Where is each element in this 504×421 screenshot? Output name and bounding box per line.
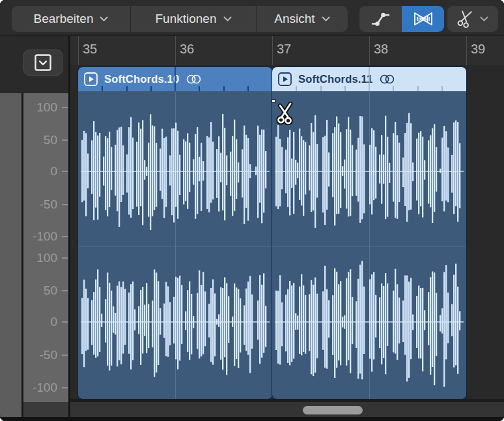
- disclosure-icon: [35, 54, 51, 71]
- window-bottom-edge: [0, 417, 504, 421]
- gutter-track-divider: [68, 36, 70, 417]
- ruler-tick: [466, 36, 467, 65]
- menu-bearbeiten[interactable]: Bearbeiten: [12, 6, 130, 32]
- stereo-icon: [379, 74, 395, 84]
- play-icon[interactable]: [278, 72, 292, 86]
- scale-label: -50: [23, 198, 57, 211]
- track-lane: SoftChords.10 SoftChords.11: [70, 65, 504, 402]
- horizontal-scrollbar: [70, 402, 504, 417]
- scale-label: 50: [23, 284, 57, 297]
- scale-tick: [62, 290, 68, 291]
- audio-region-softchords-10[interactable]: SoftChords.10: [78, 67, 272, 399]
- region-header[interactable]: SoftChords.11: [272, 67, 466, 91]
- menu-funktionen-label: Funktionen: [155, 12, 216, 26]
- menu-funktionen[interactable]: Funktionen: [130, 6, 256, 32]
- scissors-icon: [455, 7, 476, 30]
- ruler-measure-label: 36: [180, 42, 194, 57]
- chevron-down-icon: [223, 16, 232, 22]
- ruler-tick: [369, 36, 370, 65]
- play-icon[interactable]: [84, 72, 98, 86]
- gutter-strip: [0, 93, 21, 417]
- scrollbar-thumb[interactable]: [303, 406, 363, 414]
- scale-tick: [62, 171, 68, 172]
- scale-tick: [62, 387, 68, 388]
- region-waveform-area: [272, 91, 466, 399]
- scale-label: 0: [23, 165, 57, 178]
- scale-label: -100: [23, 381, 57, 394]
- menu-bearbeiten-label: Bearbeiten: [34, 12, 94, 26]
- scale-label: -100: [23, 230, 57, 243]
- scale-label: 50: [23, 134, 57, 147]
- ruler-tick: [272, 36, 273, 65]
- channel-divider: [78, 246, 272, 247]
- editor-toolbar: Bearbeiten Funktionen Ansicht: [0, 0, 504, 36]
- menu-ansicht[interactable]: Ansicht: [256, 6, 348, 32]
- ruler-measure-label: 37: [277, 42, 291, 57]
- scale-tick: [62, 257, 68, 259]
- region-header[interactable]: SoftChords.10: [78, 67, 272, 91]
- tool-menu-button[interactable]: [447, 6, 498, 32]
- drag-mode-button-group: [359, 6, 444, 32]
- ruler-measure-label: 35: [83, 42, 97, 57]
- scale-tick: [62, 139, 68, 141]
- region-name: SoftChords.10: [104, 73, 179, 85]
- menu-button-group: Bearbeiten Funktionen Ansicht: [12, 6, 348, 32]
- scale-tick: [62, 107, 68, 108]
- scale-tick: [62, 204, 68, 205]
- ruler-tick: [175, 36, 176, 65]
- scale-label: 100: [23, 252, 57, 265]
- chevron-down-icon: [480, 16, 488, 22]
- automation-mode-button[interactable]: [359, 6, 402, 32]
- stereo-icon: [186, 74, 202, 84]
- ruler-measure-label: 38: [374, 42, 388, 57]
- track-disclosure-button[interactable]: [23, 50, 63, 76]
- measure-gridline: [369, 91, 370, 399]
- chevron-down-icon: [322, 16, 330, 22]
- scale-label: 0: [23, 315, 57, 328]
- region-waveform-area: [78, 91, 272, 399]
- scale-tick: [62, 236, 68, 237]
- scale-tick: [62, 355, 68, 356]
- chevron-down-icon: [100, 16, 108, 22]
- bar-ruler[interactable]: 35 36 37 38 39: [70, 36, 504, 65]
- ruler-tick: [78, 36, 79, 65]
- channel-divider: [272, 246, 466, 247]
- audio-region-softchords-11[interactable]: SoftChords.11: [272, 67, 466, 399]
- scale-tick: [62, 321, 68, 323]
- automation-icon: [371, 10, 391, 27]
- audio-track-editor-window: Bearbeiten Funktionen Ansicht: [0, 0, 504, 421]
- measure-gridline: [175, 91, 176, 399]
- crossfade-icon: [413, 11, 434, 27]
- ruler-measure-label: 39: [471, 42, 485, 57]
- region-name: SoftChords.11: [298, 73, 372, 85]
- scale-label: 100: [23, 101, 57, 114]
- scale-label: -50: [23, 349, 57, 362]
- menu-ansicht-label: Ansicht: [274, 12, 315, 26]
- crossfade-mode-button[interactable]: [402, 6, 444, 32]
- scale-footer: [23, 402, 68, 417]
